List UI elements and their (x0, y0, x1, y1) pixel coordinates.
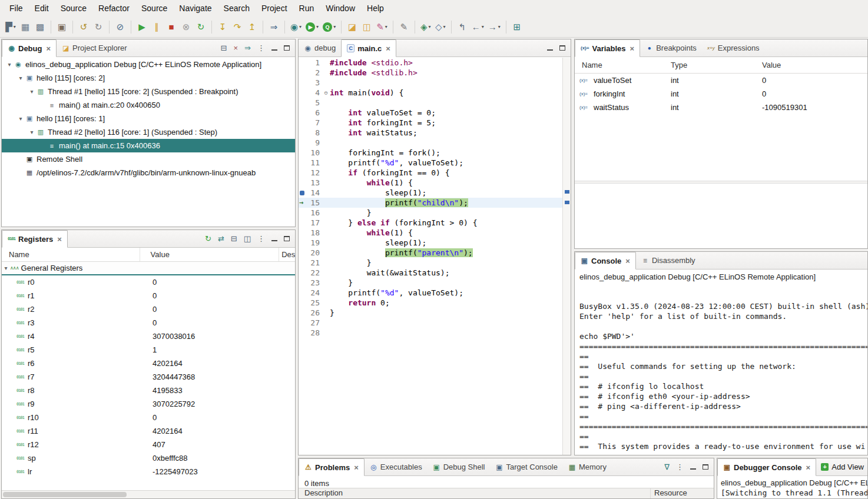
code-text[interactable]: return 0; (330, 298, 562, 308)
line-marker-margin[interactable]: → (299, 198, 307, 208)
close-icon[interactable]: × (57, 235, 62, 244)
line-number[interactable]: 27 (307, 318, 322, 328)
line-marker-margin[interactable] (299, 258, 307, 268)
new-class-button[interactable]: ◈▾ (419, 19, 433, 35)
line-number[interactable]: 18 (307, 228, 322, 238)
problems-view-tab-memory[interactable]: ▦Memory (563, 458, 612, 475)
close-icon[interactable]: × (806, 463, 811, 472)
line-marker-margin[interactable] (299, 328, 307, 338)
code-text[interactable] (330, 328, 562, 338)
new-item-button[interactable]: ◇▾ (433, 19, 448, 35)
code-text[interactable]: int valueToSet = 0; (330, 108, 562, 118)
variable-row[interactable]: (x)=waitStatusint-1090519301 (575, 101, 867, 114)
line-marker-margin[interactable] (299, 128, 307, 138)
debug-tree-item[interactable]: ▾▥Thread #2 [hello] 116 [core: 1] (Suspe… (2, 125, 295, 139)
registers-view-tab-registers[interactable]: 0101Registers× (2, 230, 68, 248)
problems-view-tab-executables[interactable]: ◎Executables (365, 458, 428, 475)
overview-mark[interactable] (565, 190, 569, 194)
format-brush-button[interactable]: ✎▾ (375, 19, 389, 35)
debug-tree-item[interactable]: ▾▣hello [116] [cores: 1] (2, 112, 295, 125)
view-menu-icon[interactable]: ⋮ (257, 235, 265, 242)
menu-source[interactable]: Source (55, 4, 92, 13)
chevron-down-icon[interactable]: ▾ (16, 75, 25, 81)
code-text[interactable]: while(1) { (330, 228, 562, 238)
variables-col-type[interactable]: Type (671, 61, 762, 69)
last-edit-location-button[interactable]: ↰ (455, 19, 469, 35)
register-row[interactable]: 0101r12407 (2, 438, 295, 451)
restart-button[interactable]: ↻ (194, 19, 208, 35)
maximize-icon[interactable] (703, 464, 708, 470)
line-number[interactable]: 24 (307, 288, 322, 298)
menu-window[interactable]: Window (320, 4, 361, 13)
build-all-button[interactable]: ▣ (55, 19, 69, 35)
editor-tab-debug[interactable]: ◉debug (299, 39, 341, 56)
menu-run[interactable]: Run (293, 4, 320, 13)
line-marker-margin[interactable] (299, 218, 307, 228)
debug-tree-item[interactable]: ≡main() at main.c:20 0x400650 (2, 98, 295, 112)
minimize-icon[interactable] (271, 236, 277, 241)
resume-button[interactable]: ▶ (135, 19, 149, 35)
register-row[interactable]: 0101r20 (2, 302, 295, 316)
variables-col-name[interactable]: Name (575, 61, 671, 69)
line-marker-margin[interactable] (299, 268, 307, 278)
line-number[interactable]: 15 (307, 198, 322, 208)
maximize-icon[interactable] (559, 45, 565, 51)
save-all-button[interactable]: ▩ (33, 19, 47, 35)
code-text[interactable] (330, 138, 562, 148)
line-marker-margin[interactable] (299, 298, 307, 308)
problems-col-resource[interactable]: Resource (651, 488, 687, 498)
line-number[interactable]: 19 (307, 238, 322, 248)
code-text[interactable]: wait(&waitStatus); (330, 268, 562, 278)
debug-tree-item[interactable]: ▣Remote Shell (2, 152, 295, 166)
undo-button[interactable]: ↺ (77, 19, 91, 35)
line-number[interactable]: 9 (307, 138, 322, 148)
menu-source[interactable]: Source (135, 4, 173, 13)
edit-pencil-button[interactable]: ✎ (397, 19, 411, 35)
debug-tree-item[interactable]: ▾▣hello [115] [cores: 2] (2, 71, 295, 85)
line-number[interactable]: 4 (307, 88, 322, 98)
console-view-tab-disassembly[interactable]: ≡Disassembly (636, 252, 701, 269)
line-marker-margin[interactable] (299, 148, 307, 158)
line-marker-margin[interactable] (299, 248, 307, 258)
registers-horizontal-scrollbar[interactable] (2, 490, 295, 498)
debug-tree-item[interactable]: ≡main() at main.c:15 0x400636 (2, 139, 295, 152)
collapse-all-icon[interactable]: ⊟ (231, 235, 237, 242)
back-button[interactable]: ←▾ (470, 19, 486, 35)
line-marker-margin[interactable] (299, 68, 307, 78)
chevron-down-icon[interactable]: ▾ (16, 115, 25, 122)
line-number[interactable]: 8 (307, 128, 322, 138)
line-marker-margin[interactable] (299, 118, 307, 128)
line-number[interactable]: 25 (307, 298, 322, 308)
code-text[interactable] (330, 318, 562, 328)
code-text[interactable] (330, 78, 562, 88)
line-marker-margin[interactable] (299, 88, 307, 98)
pin-view-icon[interactable]: ◫ (244, 235, 251, 242)
registers-col-description[interactable]: Des (279, 250, 295, 259)
open-folder-button[interactable]: ◪ (345, 19, 359, 35)
minimize-icon[interactable] (547, 45, 553, 51)
breakpoint-icon[interactable] (300, 191, 304, 195)
line-marker-margin[interactable] (299, 278, 307, 288)
variables-view-tab-breakpoints[interactable]: ●Breakpoints (640, 39, 702, 56)
menu-navigate[interactable]: Navigate (173, 4, 217, 13)
filter-icon[interactable]: ∇ (664, 463, 670, 471)
line-marker-margin[interactable] (299, 178, 307, 188)
collapse-all-icon[interactable]: ⊟ (221, 44, 227, 52)
code-text[interactable]: int main(void) { (330, 88, 562, 98)
line-marker-margin[interactable] (299, 238, 307, 248)
instruction-stepping-button[interactable]: ⇒ (267, 19, 281, 35)
line-number[interactable]: 17 (307, 218, 322, 228)
remove-all-terminated-icon[interactable]: × (234, 44, 238, 52)
debug-view-tab-debug[interactable]: ◉Debug× (2, 39, 57, 57)
close-icon[interactable]: × (46, 44, 51, 53)
menu-edit[interactable]: Edit (29, 4, 55, 13)
register-row[interactable]: 0101sp0xbefffc88 (2, 451, 295, 465)
line-marker-margin[interactable] (299, 288, 307, 298)
line-number[interactable]: 13 (307, 178, 322, 188)
close-icon[interactable]: × (386, 44, 390, 53)
close-icon[interactable]: × (625, 257, 630, 265)
refresh-icon[interactable]: ↻ (205, 235, 211, 242)
line-marker-margin[interactable] (299, 318, 307, 328)
code-text[interactable]: printf("%d", valueToSet); (330, 158, 562, 168)
register-row[interactable]: 0101r30 (2, 316, 295, 330)
